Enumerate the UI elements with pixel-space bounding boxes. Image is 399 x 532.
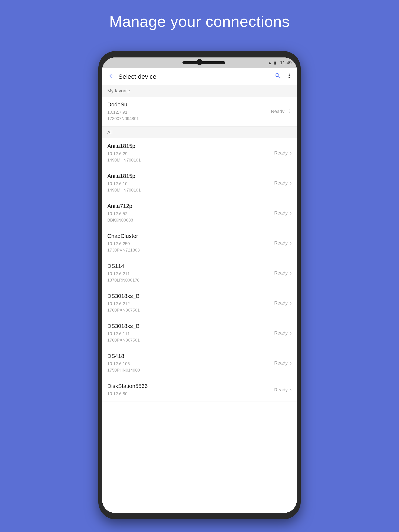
list-item[interactable]: DS3018xs_B 10.12.6.111 1780PXN367501 Rea… (102, 318, 297, 348)
device-status-area: Ready › (274, 180, 292, 186)
search-icon[interactable] (275, 72, 282, 81)
device-ip: 10.12.6.10 1490MHN790101 (107, 180, 274, 193)
device-ip: 10.12.6.29 1490MHN790101 (107, 151, 274, 163)
device-status-area: Ready › (274, 270, 292, 276)
section-header-all: All (102, 127, 297, 138)
chevron-right-icon: › (290, 180, 292, 186)
device-ip: 10.12.6.80 (107, 391, 274, 397)
device-name: DS3018xs_B (107, 323, 274, 329)
device-ip: 10.12.6.52 BBK6N00688 (107, 210, 274, 223)
app-bar-title: Select device (118, 73, 275, 80)
more-options-icon[interactable] (286, 72, 293, 81)
page-title: Manage your connections (0, 13, 399, 30)
device-status: Ready (274, 300, 288, 306)
device-ip: 10.12.7.91 172007N094801 (107, 109, 271, 122)
list-item[interactable]: DiskStation5566 10.12.6.80 Ready › (102, 378, 297, 402)
list-item[interactable]: Anita1815p 10.12.6.10 1490MHN790101 Read… (102, 168, 297, 198)
device-status-area: Ready › (274, 387, 292, 393)
list-item[interactable]: DodoSu 10.12.7.91 172007N094801 Ready (102, 97, 297, 127)
device-status: Ready (274, 387, 288, 393)
device-status: Ready (274, 360, 288, 366)
phone-mockup: ▲ ▮ 11:49 Select device (98, 51, 301, 519)
section-header-favorites: My favorite (102, 85, 297, 97)
wifi-icon: ▲ (268, 60, 272, 65)
chevron-right-icon: › (290, 300, 292, 306)
device-info: Anita1815p 10.12.6.29 1490MHN790101 (107, 143, 274, 163)
device-info: DS3018xs_B 10.12.6.212 1780PXN367501 (107, 293, 274, 313)
more-vert-icon[interactable] (287, 108, 292, 114)
device-status: Ready (274, 240, 288, 246)
app-bar-actions (275, 72, 293, 81)
device-ip: 10.12.6.211 1370LRN000178 (107, 271, 274, 283)
battery-icon: ▮ (274, 60, 276, 65)
device-name: Anita712p (107, 203, 274, 209)
device-status-area: Ready › (274, 330, 292, 336)
chevron-right-icon: › (290, 210, 292, 216)
list-item[interactable]: Anita712p 10.12.6.52 BBK6N00688 Ready › (102, 198, 297, 228)
list-item[interactable]: DS418 10.12.6.106 1750PHN014900 Ready › (102, 348, 297, 378)
list-item[interactable]: Anita1815p 10.12.6.29 1490MHN790101 Read… (102, 138, 297, 168)
status-icons: ▲ ▮ 11:49 (268, 60, 292, 66)
device-info: DiskStation5566 10.12.6.80 (107, 383, 274, 397)
device-status-area: Ready › (274, 300, 292, 306)
chevron-right-icon: › (290, 270, 292, 276)
device-name: Anita1815p (107, 173, 274, 179)
device-info: DS418 10.12.6.106 1750PHN014900 (107, 353, 274, 373)
phone-outer: ▲ ▮ 11:49 Select device (98, 51, 301, 519)
device-name: ChadCluster (107, 233, 274, 239)
device-status-area: Ready › (274, 360, 292, 367)
status-time: 11:49 (280, 60, 292, 66)
device-status: Ready (271, 109, 284, 114)
device-status: Ready (274, 330, 288, 336)
device-ip: 10.12.6.111 1780PXN367501 (107, 330, 274, 343)
device-ip: 10.12.6.250 1730PVN721803 (107, 241, 274, 253)
list-item[interactable]: ChadCluster 10.12.6.250 1730PVN721803 Re… (102, 228, 297, 258)
device-ip: 10.12.6.106 1750PHN014900 (107, 361, 274, 373)
device-info: DS3018xs_B 10.12.6.111 1780PXN367501 (107, 323, 274, 343)
device-status: Ready (274, 150, 288, 156)
device-status-area: Ready › (274, 240, 292, 247)
device-status-area: Ready › (274, 210, 292, 216)
device-name: DS114 (107, 263, 274, 269)
phone-screen: ▲ ▮ 11:49 Select device (102, 57, 297, 513)
back-button[interactable] (106, 70, 116, 83)
device-info: DS114 10.12.6.211 1370LRN000178 (107, 263, 274, 283)
device-status: Ready (274, 210, 288, 216)
chevron-right-icon: › (290, 150, 292, 156)
chevron-right-icon: › (290, 330, 292, 336)
app-bar: Select device (102, 68, 297, 85)
device-name: DS3018xs_B (107, 293, 274, 299)
device-info: DodoSu 10.12.7.91 172007N094801 (107, 101, 271, 122)
chevron-right-icon: › (290, 240, 292, 247)
device-name: DS418 (107, 353, 274, 359)
device-status-area: Ready › (274, 150, 292, 156)
page-header: Manage your connections (0, 0, 399, 47)
chevron-right-icon: › (290, 360, 292, 367)
list-item[interactable]: DS3018xs_B 10.12.6.212 1780PXN367501 Rea… (102, 288, 297, 318)
device-name: Anita1815p (107, 143, 274, 149)
device-name: DodoSu (107, 101, 271, 108)
device-info: Anita1815p 10.12.6.10 1490MHN790101 (107, 173, 274, 193)
device-status: Ready (274, 270, 288, 276)
device-status-area: Ready (271, 108, 292, 114)
device-name: DiskStation5566 (107, 383, 274, 389)
device-list: My favorite DodoSu 10.12.7.91 172007N094… (102, 85, 297, 513)
device-info: Anita712p 10.12.6.52 BBK6N00688 (107, 203, 274, 223)
list-item[interactable]: DS114 10.12.6.211 1370LRN000178 Ready › (102, 258, 297, 288)
device-status: Ready (274, 180, 288, 186)
device-info: ChadCluster 10.12.6.250 1730PVN721803 (107, 233, 274, 253)
device-ip: 10.12.6.212 1780PXN367501 (107, 300, 274, 313)
phone-speaker (182, 61, 225, 64)
chevron-right-icon: › (290, 387, 292, 393)
